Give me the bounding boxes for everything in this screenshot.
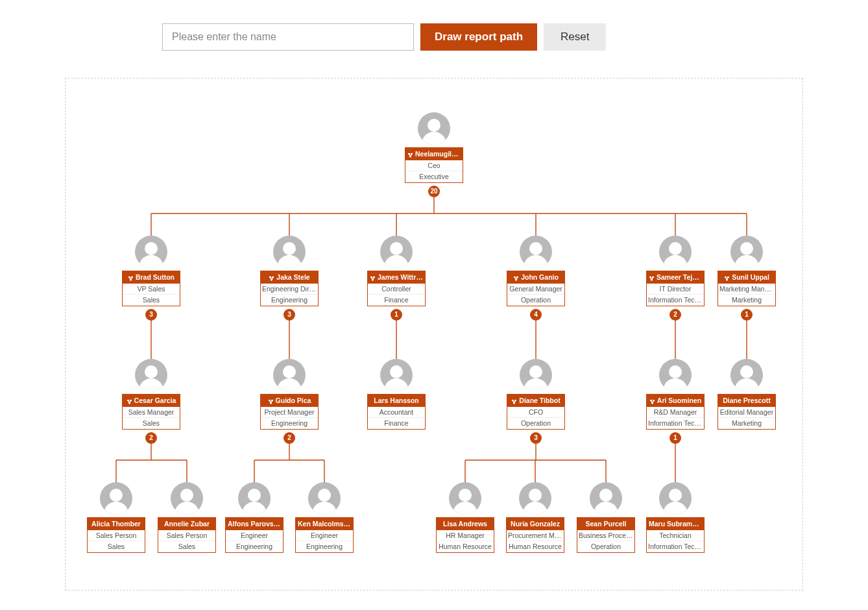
org-role: Marketing Manager <box>718 284 775 295</box>
org-role: Engineer <box>226 530 283 541</box>
org-node-john[interactable]: John GanioGeneral ManagerOperation4 <box>507 236 565 321</box>
org-chart-panel: Neelamugilan...CeoExecutive20Brad Sutton… <box>65 78 803 591</box>
org-name: Diane Tibbot <box>507 395 564 407</box>
org-node-alicia[interactable]: Alicia ThomberSales PersonSales <box>87 482 145 553</box>
org-name: Jaka Stele <box>261 271 318 284</box>
org-node-brad[interactable]: Brad SuttonVP SalesSales3 <box>122 236 180 321</box>
report-count-badge[interactable]: 1 <box>391 309 402 321</box>
org-role: Engineer <box>296 530 353 541</box>
report-count-badge[interactable]: 2 <box>669 309 681 321</box>
org-dept: Engineering <box>296 541 353 552</box>
org-card: Lisa AndrewsHR ManagerHuman Resource <box>436 517 494 553</box>
avatar-icon <box>238 482 271 515</box>
org-dept: Engineering <box>226 541 283 552</box>
org-name: Sunil Uppal <box>718 271 775 284</box>
org-role: VP Sales <box>123 284 180 295</box>
org-node-ceo[interactable]: Neelamugilan...CeoExecutive20 <box>405 112 463 197</box>
org-role: General Manager <box>507 284 564 295</box>
report-count-badge[interactable]: 3 <box>283 309 295 321</box>
org-dept: Operation <box>507 295 564 305</box>
org-role: Editorial Manager <box>718 407 775 418</box>
avatar-icon <box>520 236 552 268</box>
report-count-badge[interactable]: 20 <box>428 186 440 197</box>
org-role: Business Process M... <box>577 530 634 541</box>
org-node-james[interactable]: James WittrellControllerFinance1 <box>367 236 426 321</box>
org-dept: Human Resource <box>437 541 494 552</box>
report-count-badge[interactable]: 2 <box>145 432 157 444</box>
avatar-icon <box>659 359 692 391</box>
org-card: Alfons ParovszkyEngineerEngineering <box>225 517 283 553</box>
avatar-icon <box>380 236 413 268</box>
org-role: Sales Person <box>88 530 145 541</box>
org-role: Ceo <box>405 160 463 171</box>
org-card: Ken MalcolmsonEngineerEngineering <box>295 517 354 553</box>
avatar-icon <box>659 236 692 268</box>
org-role: R&D Manager <box>647 407 704 418</box>
report-count-badge[interactable]: 1 <box>741 309 753 321</box>
org-dept: Human Resource <box>507 541 564 552</box>
org-name: Sameer Tejani <box>647 271 704 284</box>
report-count-badge[interactable]: 3 <box>145 309 157 321</box>
report-count-badge[interactable]: 2 <box>283 432 295 444</box>
report-count-badge[interactable]: 1 <box>669 432 681 444</box>
org-name: Lars Hansson <box>368 395 425 407</box>
org-node-sameer[interactable]: Sameer TejaniIT DirectorInformation Tech… <box>646 236 705 321</box>
org-node-nuria[interactable]: Nuria GonzalezProcurement Mana...Human R… <box>506 482 564 553</box>
org-name: Annelie Zubar <box>158 518 215 530</box>
org-chart-canvas[interactable]: Neelamugilan...CeoExecutive20Brad Sutton… <box>66 79 802 590</box>
org-dept: Operation <box>577 541 634 552</box>
org-role: Project Manager <box>261 407 318 418</box>
org-name: James Wittrell <box>368 271 425 284</box>
org-node-cesar[interactable]: Cesar GarciaSales ManagerSales2 <box>122 359 180 444</box>
toolbar: Draw report path Reset <box>162 23 606 51</box>
org-card: Lars HanssonAccountantFinance <box>367 394 426 430</box>
org-card: Maru SubramaniTechnicianInformation Tech… <box>646 517 705 553</box>
avatar-icon <box>171 482 203 515</box>
org-dept: Marketing <box>718 418 775 428</box>
org-dept: Sales <box>88 541 145 552</box>
avatar-icon <box>520 359 552 391</box>
org-card: Cesar GarciaSales ManagerSales <box>122 394 180 430</box>
org-dept: Information Techno... <box>647 295 704 305</box>
org-card: Guido PicaProject ManagerEngineering <box>260 394 319 430</box>
search-input[interactable] <box>162 23 414 51</box>
org-card: Sunil UppalMarketing ManagerMarketing <box>717 271 776 306</box>
org-node-lars[interactable]: Lars HanssonAccountantFinance <box>367 359 426 430</box>
org-node-alfons[interactable]: Alfons ParovszkyEngineerEngineering <box>225 482 283 553</box>
org-node-sean[interactable]: Sean PurcellBusiness Process M...Operati… <box>577 482 635 553</box>
org-node-jaka[interactable]: Jaka SteleEngineering DirectorEngineerin… <box>260 236 319 321</box>
org-role: Procurement Mana... <box>507 530 564 541</box>
org-dept: Information Techno... <box>647 541 704 552</box>
org-role: Technician <box>647 530 704 541</box>
report-count-badge[interactable]: 4 <box>530 309 542 321</box>
org-node-lisa[interactable]: Lisa AndrewsHR ManagerHuman Resource <box>436 482 494 553</box>
org-card: Sameer TejaniIT DirectorInformation Tech… <box>646 271 705 306</box>
draw-report-path-button[interactable]: Draw report path <box>420 23 537 51</box>
org-node-ari[interactable]: Ari SuominenR&D ManagerInformation Techn… <box>646 359 705 444</box>
org-name: Brad Sutton <box>123 271 180 284</box>
org-node-dianeP[interactable]: Diane PrescottEditorial ManagerMarketing <box>717 359 776 430</box>
org-card: Annelie ZubarSales PersonSales <box>158 517 216 553</box>
org-dept: Sales <box>158 541 215 552</box>
org-dept: Finance <box>368 295 425 305</box>
org-dept: Operation <box>507 418 564 428</box>
org-name: Neelamugilan... <box>405 148 463 160</box>
org-name: Alfons Parovszky <box>226 518 283 530</box>
org-node-annelie[interactable]: Annelie ZubarSales PersonSales <box>158 482 216 553</box>
org-dept: Finance <box>368 418 425 428</box>
org-node-maru[interactable]: Maru SubramaniTechnicianInformation Tech… <box>646 482 705 553</box>
reset-button[interactable]: Reset <box>544 23 606 51</box>
org-name: Cesar Garcia <box>123 395 180 407</box>
report-count-badge[interactable]: 3 <box>530 432 542 444</box>
org-dept: Marketing <box>718 295 775 305</box>
avatar-icon <box>100 482 132 515</box>
org-node-sunil[interactable]: Sunil UppalMarketing ManagerMarketing1 <box>717 236 776 321</box>
org-name: Maru Subramani <box>647 518 704 530</box>
org-name: Lisa Andrews <box>437 518 494 530</box>
org-node-dianeT[interactable]: Diane TibbotCFOOperation3 <box>507 359 565 444</box>
org-node-ken[interactable]: Ken MalcolmsonEngineerEngineering <box>295 482 354 553</box>
org-node-guido[interactable]: Guido PicaProject ManagerEngineering2 <box>260 359 319 444</box>
org-card: Brad SuttonVP SalesSales <box>122 271 180 306</box>
avatar-icon <box>273 359 306 391</box>
org-name: Ari Suominen <box>647 395 704 407</box>
